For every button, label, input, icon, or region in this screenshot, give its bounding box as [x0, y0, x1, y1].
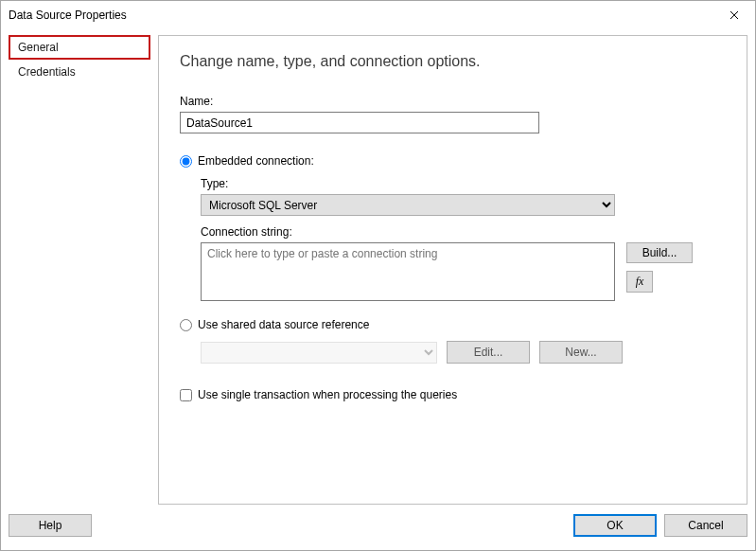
connstr-label: Connection string:	[201, 225, 728, 239]
cancel-button[interactable]: Cancel	[664, 514, 747, 537]
fx-icon: fx	[636, 275, 644, 288]
edit-button[interactable]: Edit...	[447, 341, 530, 364]
close-button[interactable]	[712, 1, 755, 29]
sidebar-item-label: Credentials	[18, 65, 76, 79]
shared-radio-row[interactable]: Use shared data source reference	[180, 318, 728, 331]
single-txn-checkbox[interactable]	[180, 389, 192, 401]
shared-select	[201, 342, 437, 364]
new-button[interactable]: New...	[539, 341, 623, 364]
sidebar: General Credentials	[9, 35, 150, 505]
single-txn-label: Use single transaction when processing t…	[198, 388, 457, 401]
type-select[interactable]: Microsoft SQL Server	[201, 194, 615, 216]
name-input[interactable]	[180, 112, 539, 133]
sidebar-item-label: General	[18, 41, 59, 54]
shared-radio-label: Use shared data source reference	[198, 318, 369, 331]
sidebar-item-credentials[interactable]: Credentials	[9, 60, 150, 84]
window-title: Data Source Properties	[9, 9, 127, 22]
dialog-footer: Help OK Cancel	[1, 508, 755, 550]
help-button[interactable]: Help	[9, 514, 92, 537]
embedded-radio[interactable]	[180, 155, 192, 168]
titlebar: Data Source Properties	[1, 1, 755, 29]
connection-string-input[interactable]	[201, 242, 615, 301]
embedded-radio-row[interactable]: Embedded connection:	[180, 154, 728, 168]
main-panel: Change name, type, and connection option…	[158, 35, 747, 505]
ok-button[interactable]: OK	[573, 514, 657, 537]
expression-button[interactable]: fx	[626, 271, 653, 293]
embedded-radio-label: Embedded connection:	[198, 154, 314, 168]
type-label: Type:	[201, 177, 728, 190]
single-txn-row[interactable]: Use single transaction when processing t…	[180, 388, 728, 401]
page-heading: Change name, type, and connection option…	[180, 53, 728, 70]
sidebar-item-general[interactable]: General	[9, 35, 150, 60]
build-button[interactable]: Build...	[626, 242, 693, 263]
shared-radio[interactable]	[180, 319, 192, 331]
name-label: Name:	[180, 95, 728, 108]
close-icon	[730, 10, 739, 20]
